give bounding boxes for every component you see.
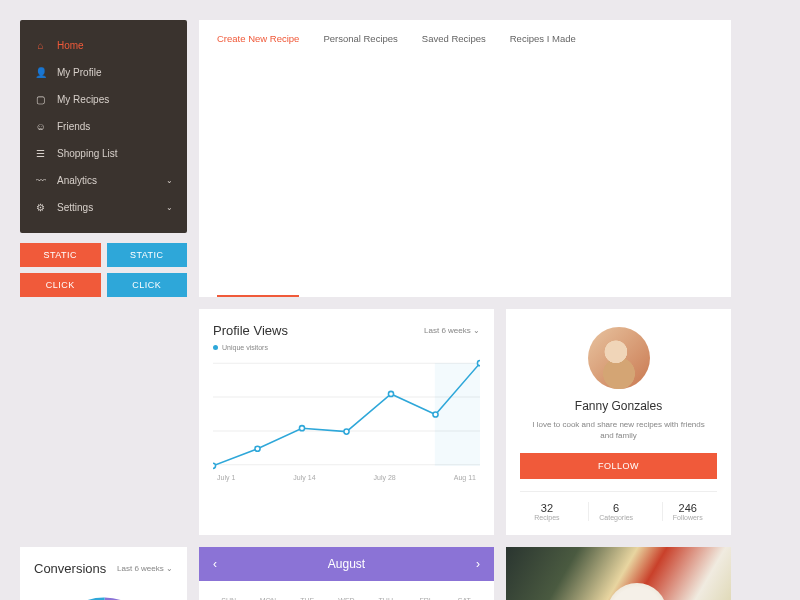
sidebar-item-label: Friends	[57, 121, 90, 132]
sidebar-item-my-profile[interactable]: 👤My Profile	[20, 59, 187, 86]
chart-title: Profile Views	[213, 323, 288, 338]
profile-views-card: Profile Views Last 6 weeks ⌄ Unique visi…	[199, 309, 494, 535]
calendar-prev-button[interactable]: ‹	[213, 557, 217, 571]
svg-point-11	[388, 391, 393, 396]
calendar-day-header: SAT	[445, 591, 484, 600]
calendar-day-header: WED	[327, 591, 366, 600]
svg-point-12	[433, 412, 438, 417]
sidebar-item-my-recipes[interactable]: ▢My Recipes	[20, 86, 187, 113]
sidebar-item-label: Settings	[57, 202, 93, 213]
svg-point-10	[344, 429, 349, 434]
user-icon: 👤	[34, 66, 47, 79]
tab-personal-recipes[interactable]: Personal Recipes	[323, 33, 397, 284]
chevron-down-icon: ⌄	[166, 564, 173, 573]
svg-point-13	[477, 361, 480, 366]
sidebar-item-home[interactable]: ⌂Home	[20, 32, 187, 59]
sidebar-item-shopping-list[interactable]: ☰Shopping List	[20, 140, 187, 167]
calendar-month: August	[328, 557, 365, 571]
chevron-down-icon: ⌄	[473, 326, 480, 335]
profile-card: Fanny Gonzales I love to cook and share …	[506, 309, 731, 535]
static-button-blue[interactable]: STATIC	[107, 243, 188, 267]
sidebar-item-label: My Recipes	[57, 94, 109, 105]
sidebar-item-friends[interactable]: ☺Friends	[20, 113, 187, 140]
calendar-day-header: THU	[366, 591, 405, 600]
chart-x-labels: July 1July 14July 28Aug 11	[213, 474, 480, 481]
profile-stats: 32Recipes6Categories246Followers	[520, 491, 717, 521]
home-icon: ⌂	[34, 39, 47, 52]
line-chart: 80 20	[213, 357, 480, 472]
sidebar-item-label: Analytics	[57, 175, 97, 186]
conversions-card: Conversions Last 6 weeks ⌄ 150 Total con…	[20, 547, 187, 600]
svg-point-9	[299, 426, 304, 431]
calendar-day-header: MON	[248, 591, 287, 600]
profile-name: Fanny Gonzales	[520, 399, 717, 413]
gear-icon: ⚙	[34, 201, 47, 214]
tab-create-new-recipe[interactable]: Create New Recipe	[217, 33, 299, 297]
conversions-title: Conversions	[34, 561, 106, 576]
tab-recipes-i-made[interactable]: Recipes I Made	[510, 33, 576, 284]
click-button-blue[interactable]: CLICK	[107, 273, 188, 297]
calendar-day-header: SUN	[209, 591, 248, 600]
chevron-down-icon: ⌄	[166, 203, 173, 212]
list-icon: ☰	[34, 147, 47, 160]
tab-saved-recipes[interactable]: Saved Recipes	[422, 33, 486, 284]
svg-point-8	[255, 446, 260, 451]
avatar	[588, 327, 650, 389]
calendar-card: ‹ August › SUNMONTUEWEDTHUFRISAT30311234…	[199, 547, 494, 600]
doc-icon: ▢	[34, 93, 47, 106]
static-button-orange[interactable]: STATIC	[20, 243, 101, 267]
calendar-next-button[interactable]: ›	[476, 557, 480, 571]
recipe-image	[506, 547, 731, 600]
sidebar-item-label: My Profile	[57, 67, 101, 78]
sidebar-item-label: Shopping List	[57, 148, 118, 159]
svg-point-7	[213, 463, 216, 468]
recipe-card[interactable]: Spicy Chicken Pho By Lenora Morales ★ ★ …	[506, 547, 731, 600]
stat-recipes: 32Recipes	[534, 502, 559, 521]
legend-dot-icon	[213, 345, 218, 350]
calendar-grid: SUNMONTUEWEDTHUFRISAT3031123457891011121…	[199, 581, 494, 600]
smile-icon: ☺	[34, 120, 47, 133]
sidebar-item-label: Home	[57, 40, 84, 51]
calendar-day-header: FRI	[405, 591, 444, 600]
sidebar-item-analytics[interactable]: 〰Analytics⌄	[20, 167, 187, 194]
stat-followers: 246Followers	[662, 502, 703, 521]
sidebar: ⌂Home👤My Profile▢My Recipes☺Friends☰Shop…	[20, 20, 187, 233]
calendar-day-header: TUE	[288, 591, 327, 600]
tabs: Create New RecipePersonal RecipesSaved R…	[199, 20, 731, 297]
follow-button[interactable]: FOLLOW	[520, 453, 717, 479]
chart-legend: Unique visitors	[213, 344, 480, 351]
chart-icon: 〰	[34, 174, 47, 187]
click-button-orange[interactable]: CLICK	[20, 273, 101, 297]
chart-period-selector[interactable]: Last 6 weeks ⌄	[424, 326, 480, 335]
stat-categories: 6Categories	[588, 502, 633, 521]
chevron-down-icon: ⌄	[166, 176, 173, 185]
sidebar-item-settings[interactable]: ⚙Settings⌄	[20, 194, 187, 221]
svg-rect-6	[435, 363, 480, 466]
profile-bio: I love to cook and share new recipes wit…	[520, 419, 717, 441]
conversions-period-selector[interactable]: Last 6 weeks ⌄	[117, 564, 173, 573]
